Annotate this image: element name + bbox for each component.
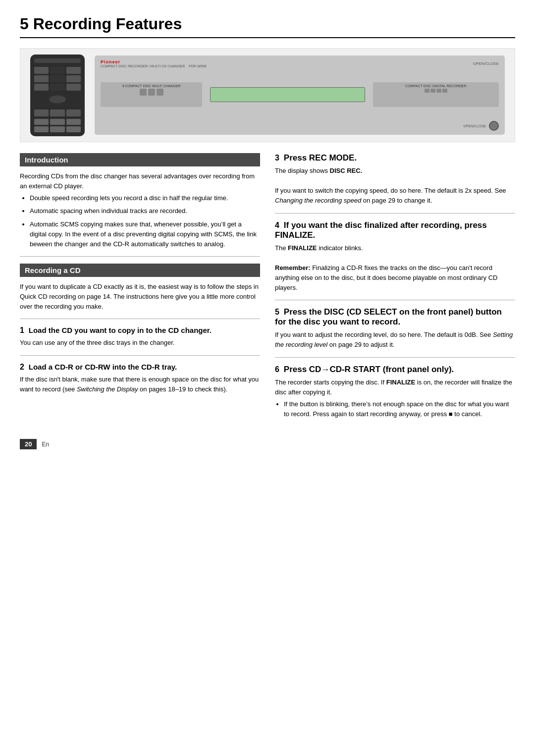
right-column: 3 Press REC MODE. The display shows DISC… [275, 153, 515, 424]
divider-3 [20, 355, 260, 356]
step-2: 2 Load a CD-R or CD-RW into the CD-R tra… [20, 363, 260, 394]
page-title: 5 Recording Features [20, 15, 515, 38]
step-3-body: The display shows DISC REC. If you want … [275, 166, 515, 206]
recording-cd-heading: Recording a CD [20, 264, 260, 277]
divider-6 [275, 357, 515, 358]
step-1-body: You can use any of the three disc trays … [20, 338, 260, 348]
page-footer: 20 En [20, 439, 515, 449]
bullet-2: Automatic spacing when individual tracks… [30, 206, 260, 216]
recording-cd-body: If you want to duplicate a CD exactly as… [20, 282, 260, 312]
step-6-bullets: If the button is blinking, there’s not e… [284, 399, 515, 419]
step-2-heading: 2 Load a CD-R or CD-RW into the CD-R tra… [20, 363, 260, 372]
remote-control-illustration [30, 54, 85, 136]
step-6-bullet-1: If the button is blinking, there’s not e… [284, 399, 515, 419]
step-4: 4 If you want the disc finalized after r… [275, 220, 515, 293]
step-5: 5 Press the DISC (CD SELECT on the front… [275, 307, 515, 350]
page-number: 20 [20, 439, 37, 449]
main-content: Introduction Recording CDs from the disc… [20, 153, 515, 424]
language-label: En [42, 441, 49, 448]
divider-1 [20, 256, 260, 257]
step-1-num: 1 [20, 326, 29, 334]
bullet-1: Double speed recording lets you record a… [30, 193, 260, 203]
device-image: Pioneer COMPACT DISC RECORDER / MULTI CD… [20, 48, 515, 142]
step-1-heading: 1 Load the CD you want to copy in to the… [20, 326, 260, 335]
introduction-heading: Introduction [20, 153, 260, 166]
divider-5 [275, 300, 515, 300]
recording-cd-section: Recording a CD If you want to duplicate … [20, 264, 260, 312]
step-1: 1 Load the CD you want to copy in to the… [20, 326, 260, 348]
step-4-heading: 4 If you want the disc finalized after r… [275, 220, 515, 240]
divider-4 [275, 213, 515, 214]
bullet-3: Automatic SCMS copying makes sure that, … [30, 219, 260, 249]
step-6: 6 Press CD→CD-R START (front panel only)… [275, 365, 515, 420]
step-3-heading: 3 Press REC MODE. [275, 153, 515, 163]
introduction-section: Introduction Recording CDs from the disc… [20, 153, 260, 249]
step-2-num: 2 [20, 363, 29, 371]
step-5-heading: 5 Press the DISC (CD SELECT on the front… [275, 307, 515, 327]
step-6-heading: 6 Press CD→CD-R START (front panel only)… [275, 365, 515, 375]
introduction-body: Recording CDs from the disc changer has … [20, 171, 260, 249]
divider-2 [20, 319, 260, 319]
step-3: 3 Press REC MODE. The display shows DISC… [275, 153, 515, 206]
step-2-body: If the disc isn't blank, make sure that … [20, 375, 260, 394]
step-4-body: The FINALIZE indicator blinks. Remember:… [275, 243, 515, 293]
introduction-bullets: Double speed recording lets you record a… [30, 193, 260, 249]
left-column: Introduction Recording CDs from the disc… [20, 153, 260, 424]
step-5-body: If you want to adjust the recording leve… [275, 330, 515, 350]
step-6-body: The recorder starts copying the disc. If… [275, 378, 515, 420]
player-illustration: Pioneer COMPACT DISC RECORDER / MULTI CD… [95, 55, 505, 135]
